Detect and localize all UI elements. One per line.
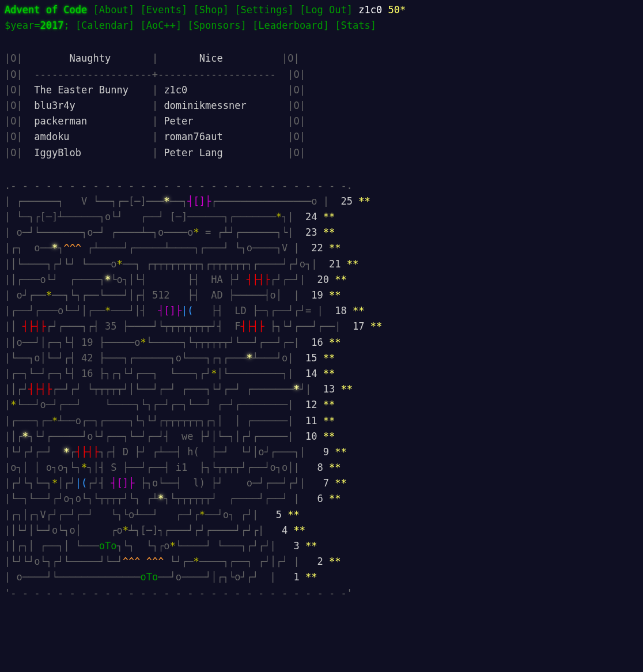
day-number: 15: [305, 350, 317, 366]
calendar-day-15[interactable]: |└──┐o│└─┘┌┤ 42 ├───┐┌──────┐o└───┐┌┐┌──…: [5, 350, 638, 366]
day-number: 3: [288, 538, 299, 554]
nav-about[interactable]: [About]: [93, 4, 135, 16]
nav-calendar[interactable]: [Calendar]: [75, 20, 134, 31]
nav-leaderboard[interactable]: [Leaderboard]: [252, 20, 329, 31]
day-stars: **: [329, 556, 341, 567]
day-stars: **: [370, 320, 382, 332]
nav-events[interactable]: [Events]: [140, 4, 187, 16]
nav-sponsors[interactable]: [Sponsors]: [187, 20, 246, 31]
calendar-border-top: .- - - - - - - - - - - - - - - - - - - -…: [5, 178, 638, 194]
day-stars: **: [323, 431, 335, 442]
calendar-day-22[interactable]: |┌┐ o──*┐^^^ ┌┴────┘┌─────┴────┐┌───┘ └┐…: [5, 240, 638, 256]
nav-logout[interactable]: [Log Out]: [300, 4, 353, 16]
day-stars: **: [305, 540, 317, 552]
calendar-day-1[interactable]: | o────┘└──────────────oTo──┘o────┘│┌┐└o…: [5, 569, 638, 585]
day-stars: **: [335, 274, 346, 285]
calendar-day-3[interactable]: |│┌┐│ ┌──┐│ └───oTo┐└┐ └┐┌o*└────┘ └───┐…: [5, 538, 638, 554]
day-number: 19: [311, 288, 323, 303]
star-count: 50*: [388, 4, 406, 16]
day-stars: **: [341, 383, 352, 395]
day-number: 9: [317, 444, 329, 460]
calendar: .- - - - - - - - - - - - - - - - - - - -…: [5, 178, 638, 601]
nav-settings[interactable]: [Settings]: [234, 4, 293, 16]
day-number: 1: [288, 569, 299, 585]
calendar-day-10[interactable]: |│┌*┐└┘┌─────┘o└┘┌──┐└─┘┌─┘┤ we ├┘│└─┐│┌…: [5, 429, 638, 444]
calendar-day-13[interactable]: |│┌┘┤├┤├┌─┘┌┘ └┬┬┬┬┬┘│└──┘┌─┘ ┌───┐└┘┌─┘…: [5, 382, 638, 397]
day-number: 21: [329, 256, 341, 272]
day-number: 23: [305, 225, 317, 240]
calendar-border-bottom: '- - - - - - - - - - - - - - - - - - - -…: [5, 586, 638, 601]
day-number: 24: [305, 209, 317, 225]
header-row-1: Advent of Code [About] [Events] [Shop] […: [5, 2, 638, 18]
naughty-nice-list: |O| Naughty | Nice |O| |O| -------------…: [5, 51, 638, 160]
nav-stats[interactable]: [Stats]: [335, 20, 376, 31]
calendar-day-9[interactable]: |└┘┌┘┌─┘ *┌┤├┤├┐┌┤ D ├┘ ┌┴──┤ h( ├─┘ └┘│…: [5, 444, 638, 460]
day-stars: **: [329, 337, 341, 348]
day-number: 25: [341, 194, 352, 209]
day-stars: **: [323, 352, 335, 364]
header-row-2: $year=2017; [Calendar] [AoC++] [Sponsors…: [5, 18, 638, 33]
day-stars: **: [329, 289, 341, 301]
day-stars: **: [329, 242, 341, 254]
day-stars: **: [323, 226, 335, 238]
calendar-day-20[interactable]: |│┌───o└┘ ┌────┐*└o┐│└┤ ├┤ HA ├┘ ┤├┤├┌┘┌…: [5, 272, 638, 288]
calendar-day-5[interactable]: |┌┐│┌┐V┌┘┌─┘┌─┘ └┐└o┴──┘ ┌─┘┌*──┘o┐ ┌┘| …: [5, 507, 638, 523]
day-number: 12: [305, 397, 317, 413]
calendar-day-11[interactable]: |┌───┐┌─*┴──o┌─┐┌────┐└┐└┘┌┬┬┬┬┬┬┐┌┐│ │ …: [5, 413, 638, 429]
day-number: 11: [305, 413, 317, 429]
year-value[interactable]: 2017: [40, 20, 63, 31]
day-number: 4: [276, 523, 288, 538]
calendar-day-19[interactable]: | o┘┌──*──┐└┐┌──└───┘│┌┤ 512 ├┤ AD ├────…: [5, 288, 638, 303]
year-suffix: ;: [63, 20, 69, 31]
day-stars: **: [305, 571, 317, 583]
day-number: 16: [311, 335, 323, 350]
day-stars: **: [329, 462, 341, 473]
calendar-day-14[interactable]: |┌─┐└─┘┌─┐└┤ 16 ├┐┌┐└┘┌──┐ └───┐┌┘*│└───…: [5, 366, 638, 382]
calendar-day-6[interactable]: |└─┐└──┘┌┘o┐o└┐└┬┬┬┬┘└┐ ┌┴*┐└┬┬┬┬┬┬┘ ┌──…: [5, 491, 638, 507]
calendar-day-24[interactable]: | └─┐┌[─]┴──────┐o└┘ ┌──┘ [─]──────┐┌───…: [5, 209, 638, 225]
day-stars: **: [323, 399, 335, 410]
calendar-day-16[interactable]: |│o──┘│┌─┐└┤ 19 ├─────o*└─────┐└┬┬┬┬┬┬┘└…: [5, 335, 638, 350]
calendar-day-21[interactable]: |│└────┐┌┘└┘ └────o*──┐ ┌┬┬┬┬┬┬┬┬┐┌┬┬┬┬┬…: [5, 256, 638, 272]
day-number: 7: [317, 475, 329, 491]
calendar-day-4[interactable]: |│└┘│└─┘o└┐o│ ┌o*┴┐[─]┐┌───┘┌┘┌────┘┌┘┌|…: [5, 523, 638, 538]
year-prefix: $year=: [5, 20, 40, 31]
day-stars: **: [353, 305, 364, 316]
site-title[interactable]: Advent of Code: [5, 4, 87, 16]
day-number: 18: [335, 303, 346, 319]
calendar-day-18[interactable]: |┌──┘┌───o└─┘│┌──*───┘│┤ ┤[]├|( ├┤ LD ├─…: [5, 303, 638, 319]
day-stars: **: [335, 446, 346, 458]
day-stars: **: [358, 195, 370, 207]
day-number: 13: [323, 382, 335, 397]
day-stars: **: [323, 211, 335, 222]
day-stars: **: [347, 258, 358, 270]
day-stars: **: [329, 493, 341, 504]
day-number: 8: [311, 460, 323, 475]
day-stars: **: [323, 415, 335, 426]
calendar-day-8[interactable]: |o┐│ │ o┐o┐└┐*┐│┤ S ├──┘┌──┤ i1 ├┐└┬┬┬┬┘…: [5, 460, 638, 475]
day-number: 10: [305, 429, 317, 444]
nav-aocpp[interactable]: [AoC++]: [140, 20, 181, 31]
day-number: 22: [311, 240, 323, 256]
day-stars: **: [288, 509, 299, 520]
day-number: 5: [270, 507, 282, 523]
calendar-day-25[interactable]: | ┌──────┐ V └──┐┌─[─]───*──┐┤[]├┌──────…: [5, 194, 638, 209]
day-number: 20: [317, 272, 329, 288]
calendar-day-23[interactable]: | o─┘└───────┐o─┘ ┌────┴─┐o────o* = ┌┴┘┌…: [5, 225, 638, 240]
day-number: 2: [311, 554, 323, 569]
day-number: 6: [311, 491, 323, 507]
calendar-day-17[interactable]: |│ ┤├┤├┌┘┌───┐┌┤ 35 ├────┘└┬┬┬┬┬┬┬┬┘┤ F┤…: [5, 319, 638, 334]
day-stars: **: [323, 368, 335, 379]
nav-shop[interactable]: [Shop]: [194, 4, 229, 16]
day-stars: **: [294, 524, 305, 536]
day-number: 14: [305, 366, 317, 382]
day-stars: **: [335, 477, 346, 489]
calendar-day-2[interactable]: |└┘└┘o└┐┌┘└─────┘└─┘^^^ ^^^ └┘┌─*────┐┌─…: [5, 554, 638, 569]
user-name: z1c0: [358, 4, 382, 16]
day-number: 17: [353, 319, 364, 334]
calendar-day-12[interactable]: |*└──┘o─┘┌──┘ └────┐└┐┌─┘┌─┐└──┘ ┌─┘┌───…: [5, 397, 638, 413]
calendar-day-7[interactable]: |┌┘└┐└─┐*│┌┘|(┌┘┤ ┤[]├ ├┐o└──┤ l) ├┘ o─┘…: [5, 475, 638, 491]
